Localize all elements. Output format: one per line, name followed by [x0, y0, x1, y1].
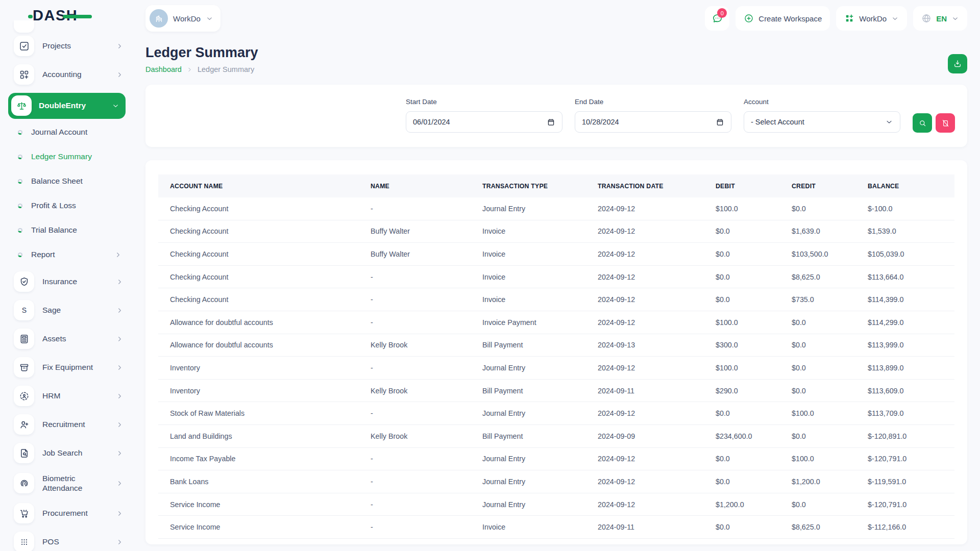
bullet-icon	[18, 179, 22, 184]
sidebar-items: ProjectsAccountingDoubleEntryJournal Acc…	[10, 36, 124, 551]
chevron-down-icon	[885, 118, 893, 126]
sidebar-subitem-ledger-summary[interactable]: Ledger Summary	[10, 144, 124, 169]
cell-transaction-type: Invoice	[482, 227, 598, 235]
file-search-icon	[14, 443, 34, 463]
bullet-icon	[18, 228, 22, 233]
sidebar-item-projects[interactable]: Projects	[14, 36, 124, 56]
create-workspace-button[interactable]: Create Workspace	[736, 6, 830, 31]
sidebar-item-recruitment[interactable]: Recruitment	[14, 414, 124, 435]
sidebar-item-hrm[interactable]: HRM	[14, 386, 124, 406]
table-row: Allowance for doubtful accountsKelly Bro…	[158, 334, 954, 357]
breadcrumb-dashboard-link[interactable]: Dashboard	[145, 65, 182, 73]
cell-account-name: Service Income	[170, 523, 371, 531]
cell-balance: $113,999.0	[868, 341, 945, 349]
account-select[interactable]: - Select Account	[744, 111, 900, 133]
cell-balance: $-120,791.0	[868, 455, 945, 463]
fingerprint-icon	[14, 473, 34, 493]
main-content: Ledger Summary Dashboard Ledger Summary …	[145, 45, 967, 544]
cell-name: Buffy Walter	[371, 227, 482, 235]
ledger-table: ACCOUNT NAMENAMETRANSACTION TYPETRANSACT…	[145, 160, 967, 544]
bullet-icon	[18, 253, 22, 257]
sidebar-subitem-trial-balance[interactable]: Trial Balance	[10, 218, 124, 242]
sidebar-subitem-balance-sheet[interactable]: Balance Sheet	[10, 169, 124, 193]
cell-debit: $1,200.0	[716, 500, 792, 509]
workspace-selector[interactable]: WorkDo	[145, 5, 220, 32]
sidebar-subitem-report[interactable]: Report	[10, 242, 124, 267]
cell-balance: $-119,591.0	[868, 478, 945, 486]
chevron-right-icon	[116, 392, 124, 400]
title-row: Ledger Summary	[145, 45, 967, 61]
cell-account-name: Service Income	[170, 500, 371, 509]
cell-balance: $-120,891.0	[868, 432, 945, 440]
end-date-value: 10/28/2024	[582, 118, 619, 126]
table-row: Checking Account-Journal Entry2024-09-12…	[158, 197, 954, 220]
cell-credit: $100.0	[792, 455, 868, 463]
sidebar-item-sage[interactable]: SSage	[14, 300, 124, 320]
cell-balance: $113,709.0	[868, 409, 945, 417]
cell-debit: $0.0	[716, 478, 792, 486]
sidebar-item-accounting[interactable]: Accounting	[14, 64, 124, 85]
cell-balance: $113,664.0	[868, 273, 945, 281]
cell-name: Kelly Brook	[371, 387, 482, 395]
cell-transaction-date: 2024-09-12	[598, 227, 716, 235]
app-root: DASH ProjectsAccountingDoubleEntryJourna…	[0, 0, 980, 551]
sidebar-item-assets[interactable]: Assets	[14, 329, 124, 349]
cell-name: Kelly Brook	[371, 432, 482, 440]
sidebar: DASH ProjectsAccountingDoubleEntryJourna…	[0, 0, 133, 551]
cell-balance: $113,609.0	[868, 387, 945, 395]
sidebar-item-job-search[interactable]: Job Search	[14, 443, 124, 463]
archive-icon	[14, 357, 34, 378]
sidebar-item-pos[interactable]: POS	[14, 532, 124, 551]
cell-credit: $103,500.0	[792, 250, 868, 258]
sidebar-item-fix-equipment[interactable]: Fix Equipment	[14, 357, 124, 378]
cell-credit: $8,625.0	[792, 273, 868, 281]
sidebar-subitem-profit-loss[interactable]: Profit & Loss	[10, 193, 124, 218]
cell-credit: $100.0	[792, 409, 868, 417]
sidebar-item-procurement[interactable]: Procurement	[14, 503, 124, 523]
sidebar-item-biometric-attendance[interactable]: Biometric Attendance	[14, 471, 124, 495]
shield-check-icon	[14, 271, 34, 292]
grid-plus-icon	[14, 64, 34, 85]
cell-balance: $-112,166.0	[868, 523, 945, 531]
language-selector[interactable]: EN	[913, 6, 967, 31]
sidebar-subitem-journal-account[interactable]: Journal Account	[10, 120, 124, 144]
table-row: Service Income-Invoice2024-09-11$0.0$8,6…	[158, 516, 954, 539]
cell-transaction-type: Journal Entry	[482, 500, 598, 509]
sidebar-subitem-label: Report	[31, 250, 55, 259]
cell-account-name: Checking Account	[170, 273, 371, 281]
cell-transaction-type: Bill Payment	[482, 387, 598, 395]
column-header-name: NAME	[371, 183, 482, 190]
account-label: Account	[744, 98, 900, 106]
start-date-value: 06/01/2024	[413, 118, 450, 126]
sidebar-subitem-label: Profit & Loss	[31, 201, 76, 210]
reset-filter-button[interactable]	[936, 113, 955, 133]
workspace-dropdown[interactable]: WorkDo	[836, 6, 907, 31]
search-button[interactable]	[913, 113, 932, 133]
cell-credit: $0.0	[792, 364, 868, 372]
sidebar-item-label: Recruitment	[42, 420, 85, 429]
sidebar-item-label: Procurement	[42, 509, 88, 518]
table-row: Stock of Raw Materials-Journal Entry2024…	[158, 402, 954, 425]
sidebar-item-label: Sage	[42, 306, 61, 315]
cell-name: -	[371, 523, 482, 531]
topbar: WorkDo 0 Create Workspace WorkDo EN	[145, 5, 967, 32]
end-date-input[interactable]: 10/28/2024	[575, 111, 731, 133]
table-row: Allowance for doubtful accounts-Invoice …	[158, 311, 954, 334]
sidebar-item-label: Biometric Attendance	[42, 473, 103, 493]
chevron-right-icon	[116, 42, 124, 50]
table-row: Checking AccountBuffy WalterInvoice2024-…	[158, 220, 954, 243]
download-button[interactable]	[948, 54, 967, 73]
bullet-icon	[18, 204, 22, 208]
sidebar-item-insurance[interactable]: Insurance	[14, 271, 124, 292]
messages-button[interactable]: 0	[705, 6, 729, 31]
calendar-icon	[547, 118, 555, 127]
workspace-name: WorkDo	[173, 14, 201, 23]
sidebar-item-doubleentry[interactable]: DoubleEntry	[8, 93, 126, 119]
logo-green-dash	[63, 15, 92, 18]
cell-account-name: Bank Loans	[170, 478, 371, 486]
start-date-input[interactable]: 06/01/2024	[406, 111, 562, 133]
cell-transaction-type: Journal Entry	[482, 364, 598, 372]
cell-transaction-date: 2024-09-12	[598, 205, 716, 213]
cell-credit: $0.0	[792, 341, 868, 349]
cell-transaction-type: Bill Payment	[482, 432, 598, 440]
